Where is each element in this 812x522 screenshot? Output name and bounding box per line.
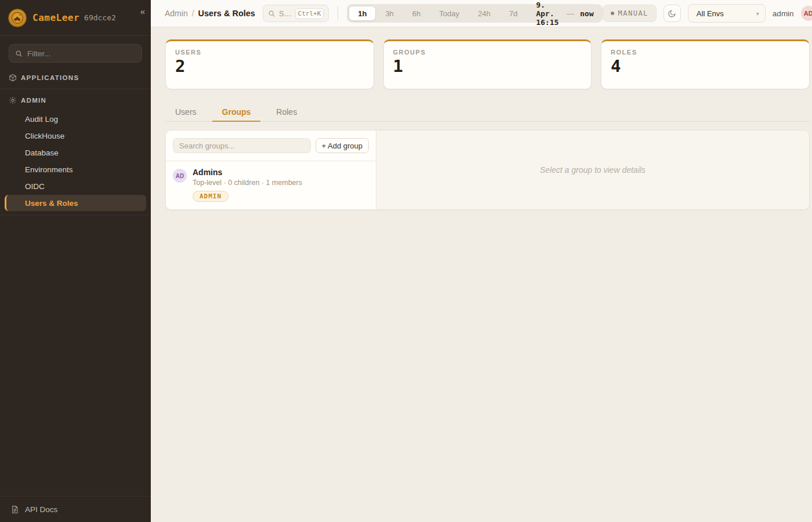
stat-label: ROLES (611, 49, 800, 56)
time-range-separator: — (567, 9, 574, 18)
group-detail-pane: Select a group to view details (376, 130, 809, 209)
time-range-1h[interactable]: 1h (349, 6, 376, 21)
time-range-to[interactable]: now (574, 9, 600, 18)
time-range-7d[interactable]: 7d (500, 6, 527, 21)
sidebar: CameLeer 69dcce2 « APPLICATIONS (0, 0, 151, 522)
search-icon (15, 50, 23, 57)
search-shortcut-kbd: Ctrl+K (295, 8, 324, 19)
sidebar-item-environments[interactable]: Environments (5, 161, 146, 177)
tab-groups[interactable]: Groups (212, 103, 261, 122)
sidebar-collapse-icon[interactable]: « (140, 7, 145, 16)
admin-nav: Audit Log ClickHouse Database Environmen… (0, 110, 151, 213)
tab-users[interactable]: Users (165, 103, 206, 122)
app-version: 69dcce2 (84, 13, 116, 22)
stats-row: USERS 2 GROUPS 1 ROLES 4 (165, 39, 810, 89)
divider (338, 6, 338, 20)
time-range-3h[interactable]: 3h (376, 6, 403, 21)
user-name: admin (773, 9, 794, 18)
applications-header-label: APPLICATIONS (21, 74, 79, 81)
group-search-input[interactable] (173, 138, 311, 153)
stat-label: GROUPS (393, 49, 582, 56)
app-title: CameLeer (32, 12, 79, 23)
sidebar-section-applications[interactable]: APPLICATIONS (0, 68, 151, 87)
main-content: USERS 2 GROUPS 1 ROLES 4 Users Groups Ro… (151, 27, 812, 522)
group-role-badge: ADMIN (193, 191, 229, 202)
divider (0, 215, 151, 215)
env-select[interactable]: All Envs ▾ (688, 4, 766, 23)
api-docs-label: API Docs (25, 505, 57, 514)
stat-card-groups: GROUPS 1 (383, 39, 592, 89)
cameleer-logo-icon (8, 9, 27, 27)
topbar: Admin / Users & Roles S… Ctrl+K 1h 3h 6h… (151, 0, 812, 27)
sidebar-item-clickhouse[interactable]: ClickHouse (5, 128, 146, 144)
sidebar-item-audit-log[interactable]: Audit Log (5, 111, 146, 127)
group-meta: Top-level · 0 children · 1 members (193, 179, 302, 187)
sidebar-item-users-roles[interactable]: Users & Roles (5, 195, 146, 211)
tabs: Users Groups Roles (165, 103, 810, 122)
sidebar-filter[interactable] (9, 44, 142, 63)
breadcrumb: Admin / Users & Roles (165, 9, 255, 18)
search-placeholder: S… (279, 9, 292, 18)
document-icon (10, 505, 19, 514)
sidebar-header: CameLeer 69dcce2 « (0, 0, 151, 36)
refresh-mode-button[interactable]: MANUAL (603, 5, 657, 22)
stat-value: 1 (393, 57, 582, 76)
theme-toggle-button[interactable] (664, 5, 681, 22)
empty-detail-message: Select a group to view details (540, 165, 646, 175)
groups-panel: + Add group AD Admins Top-level · 0 chil… (165, 130, 810, 210)
breadcrumb-admin[interactable]: Admin (165, 9, 188, 18)
stat-card-users: USERS 2 (165, 39, 374, 89)
gear-icon (9, 96, 17, 104)
time-range-group: 1h 3h 6h Today 24h 7d 9. Apr. 16:15 — no… (347, 4, 602, 23)
status-dot-icon (611, 12, 614, 15)
stat-value: 2 (175, 57, 364, 76)
groups-toolbar: + Add group (166, 130, 376, 161)
group-list-item-admins[interactable]: AD Admins Top-level · 0 children · 1 mem… (166, 161, 376, 208)
time-range-6h[interactable]: 6h (403, 6, 430, 21)
chevron-down-icon: ▾ (756, 10, 759, 17)
group-avatar: AD (173, 169, 187, 183)
sidebar-item-database[interactable]: Database (5, 144, 146, 161)
user-avatar[interactable]: AD (801, 6, 812, 21)
global-search-button[interactable]: S… Ctrl+K (263, 5, 329, 22)
refresh-mode-label: MANUAL (618, 9, 648, 17)
stat-value: 4 (611, 57, 800, 76)
tab-roles[interactable]: Roles (266, 103, 307, 122)
groups-list-pane: + Add group AD Admins Top-level · 0 chil… (166, 130, 376, 209)
stat-card-roles: ROLES 4 (601, 39, 810, 89)
group-name: Admins (193, 168, 302, 177)
package-icon (9, 74, 17, 82)
api-docs-link[interactable]: API Docs (0, 496, 151, 522)
admin-header-label: ADMIN (21, 97, 46, 104)
breadcrumb-separator: / (192, 9, 194, 18)
sidebar-item-oidc[interactable]: OIDC (5, 178, 146, 194)
sidebar-filter-input[interactable] (27, 49, 136, 58)
breadcrumb-current: Users & Roles (198, 9, 255, 18)
time-range-24h[interactable]: 24h (469, 6, 500, 21)
moon-icon (668, 9, 676, 18)
add-group-button[interactable]: + Add group (316, 138, 369, 153)
env-selected-value: All Envs (697, 9, 724, 18)
time-range-from[interactable]: 9. Apr. 16:15 (527, 1, 567, 27)
sidebar-section-admin[interactable]: ADMIN (0, 91, 151, 110)
stat-label: USERS (175, 49, 364, 56)
time-range-today[interactable]: Today (430, 6, 469, 21)
search-icon (268, 10, 276, 17)
divider (0, 89, 151, 89)
